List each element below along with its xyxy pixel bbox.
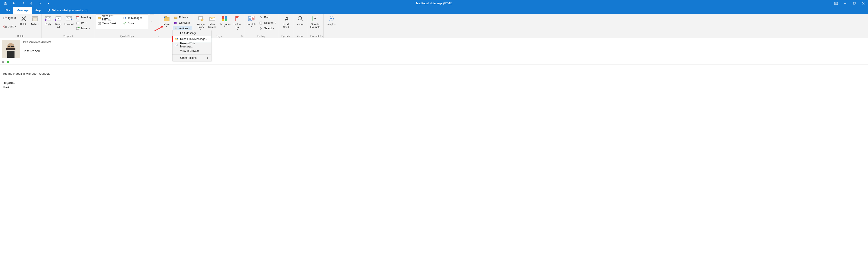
group-evernote: Save to Evernote Evernote: [307, 13, 323, 38]
quickstep-label: Team Email: [102, 22, 117, 25]
svg-rect-15: [32, 18, 37, 21]
assign-policy-button[interactable]: Assign Policy ▾: [196, 15, 206, 31]
svg-rect-14: [32, 17, 38, 18]
save-evernote-button[interactable]: Save to Evernote: [309, 15, 321, 29]
message-to-row: To: [0, 59, 868, 65]
svg-text:N: N: [175, 22, 176, 24]
find-label: Find: [264, 16, 269, 19]
zoom-button[interactable]: Zoom: [295, 15, 305, 26]
quickstep-item[interactable]: Team Email: [97, 21, 122, 26]
ignore-button[interactable]: Ignore: [2, 16, 18, 21]
reply-button[interactable]: Reply: [43, 15, 53, 26]
undo-icon[interactable]: [12, 2, 16, 5]
group-evernote-label: Evernote: [309, 34, 321, 38]
svg-rect-31: [175, 17, 177, 19]
ribbon-tabs: File Message Help Tell me what you want …: [0, 7, 868, 13]
im-button[interactable]: IM ▾: [75, 21, 92, 25]
move-button[interactable]: Move ▾: [162, 15, 171, 28]
svg-text:あ: あ: [251, 17, 254, 20]
quickstep-item[interactable]: SECURE NETW...: [97, 15, 122, 21]
tab-message[interactable]: Message: [13, 7, 32, 13]
chevron-down-icon: ▾: [151, 21, 152, 23]
quickstep-item[interactable]: Done: [122, 21, 148, 26]
flag-icon: [234, 15, 241, 22]
blank-icon: [175, 31, 178, 35]
more-button[interactable]: More ▾: [75, 26, 92, 31]
insights-button[interactable]: Insights: [326, 15, 337, 26]
tab-help[interactable]: Help: [32, 7, 44, 13]
onenote-button[interactable]: N OneNote: [173, 21, 192, 25]
move-label: Move: [163, 23, 169, 26]
select-button[interactable]: Select ▾: [258, 26, 277, 31]
archive-button[interactable]: Archive: [30, 15, 40, 26]
group-zoom-label: Zoom: [295, 34, 305, 38]
related-button[interactable]: Related ▾: [258, 21, 277, 25]
menu-view-browser[interactable]: View in Browser: [173, 48, 211, 54]
im-label: IM: [81, 21, 84, 25]
svg-point-40: [201, 19, 203, 21]
ribbon-options-icon[interactable]: [834, 1, 839, 6]
arrow-down-icon[interactable]: [38, 2, 42, 5]
dialog-launcher-icon[interactable]: [241, 35, 244, 37]
message-body: Testing Recall in Microsoft Outlook. Reg…: [0, 65, 868, 97]
svg-rect-2: [4, 4, 6, 4]
forward-label: Forward: [64, 23, 73, 26]
close-icon[interactable]: [861, 1, 866, 6]
read-aloud-button[interactable]: A Read Aloud: [280, 15, 291, 29]
find-button[interactable]: Find: [258, 15, 277, 20]
svg-rect-22: [76, 22, 79, 24]
redo-icon[interactable]: [21, 2, 25, 5]
save-icon[interactable]: [4, 2, 7, 5]
group-editing: aあ Translate ▾ Find Related ▾ Select: [244, 13, 278, 38]
group-zoom: Zoom Zoom: [293, 13, 307, 38]
meeting-button[interactable]: Meeting: [75, 15, 92, 20]
tab-file[interactable]: File: [2, 7, 13, 13]
mark-unread-button[interactable]: Mark Unread: [207, 15, 218, 29]
svg-rect-21: [76, 16, 79, 17]
qat-customize-icon[interactable]: ▾: [47, 2, 50, 5]
rules-label: Rules: [179, 16, 186, 19]
collapse-header-icon[interactable]: ˆ: [864, 59, 865, 63]
svg-point-50: [260, 16, 261, 18]
menu-label: Other Actions: [180, 56, 196, 59]
menu-edit-message[interactable]: Edit Message: [173, 30, 211, 36]
more-icon: [76, 27, 80, 30]
quickstep-item[interactable]: To Manager: [122, 15, 148, 21]
menu-other-actions[interactable]: Other Actions ▶: [173, 55, 211, 61]
svg-point-54: [298, 16, 302, 20]
svg-rect-6: [854, 2, 856, 4]
categorize-button[interactable]: Categorize ▾: [219, 15, 231, 28]
svg-rect-5: [853, 2, 855, 4]
quick-steps-gallery: SECURE NETW... To Manager Team Email Don…: [96, 15, 148, 29]
quickstep-label: To Manager: [128, 16, 142, 20]
maximize-icon[interactable]: [852, 1, 857, 6]
translate-button[interactable]: aあ Translate ▾: [246, 15, 256, 28]
junk-button[interactable]: Junk ▾: [2, 24, 18, 29]
svg-rect-3: [834, 2, 838, 4]
quickstep-label: Done: [128, 22, 134, 25]
dialog-launcher-icon[interactable]: [157, 35, 159, 37]
reply-all-button[interactable]: Reply All: [54, 15, 63, 29]
onenote-label: OneNote: [179, 21, 190, 25]
save-evernote-label: Save to Evernote: [310, 23, 320, 29]
mark-unread-icon: [209, 15, 216, 22]
lightbulb-icon: [47, 9, 50, 12]
menu-recall-message[interactable]: Recall This Message...: [173, 36, 211, 42]
group-speech-label: Speech: [280, 34, 291, 38]
tell-me-search[interactable]: Tell me what you want to do: [44, 7, 91, 13]
assign-policy-icon: [197, 15, 205, 22]
translate-icon: aあ: [248, 15, 255, 22]
quick-steps-expand[interactable]: ▾: [150, 15, 154, 29]
body-line: Testing Recall in Microsoft Outlook.: [3, 72, 865, 76]
svg-point-7: [48, 9, 50, 11]
rules-button[interactable]: Rules ▾: [173, 15, 192, 20]
minimize-icon[interactable]: [843, 1, 847, 6]
meeting-label: Meeting: [81, 16, 91, 19]
arrow-up-icon[interactable]: [29, 2, 33, 5]
menu-resend-message[interactable]: Resend This Message...: [173, 42, 211, 48]
forward-button[interactable]: Forward: [64, 15, 73, 26]
blank-icon: [175, 56, 178, 60]
dialog-launcher-icon[interactable]: [320, 35, 323, 37]
delete-button[interactable]: Delete: [19, 15, 29, 26]
follow-up-button[interactable]: Follow Up ▾: [232, 15, 242, 31]
